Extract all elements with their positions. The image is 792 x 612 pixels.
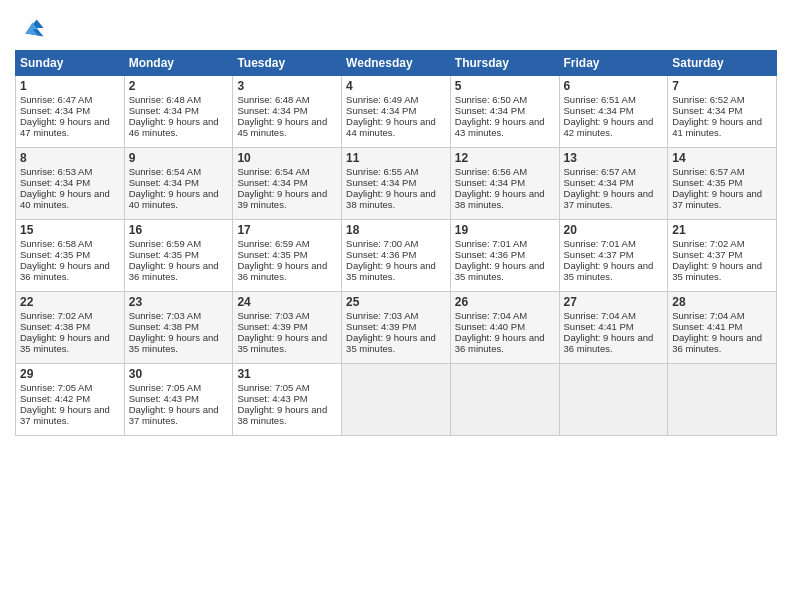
day-number: 18	[346, 223, 446, 237]
sunrise: Sunrise: 6:53 AM	[20, 166, 92, 177]
daylight: Daylight: 9 hours and 37 minutes.	[564, 188, 654, 210]
day-number: 7	[672, 79, 772, 93]
sunset: Sunset: 4:39 PM	[346, 321, 416, 332]
sunset: Sunset: 4:34 PM	[672, 105, 742, 116]
daylight: Daylight: 9 hours and 35 minutes.	[455, 260, 545, 282]
sunset: Sunset: 4:36 PM	[346, 249, 416, 260]
daylight: Daylight: 9 hours and 47 minutes.	[20, 116, 110, 138]
day-number: 11	[346, 151, 446, 165]
day-number: 20	[564, 223, 664, 237]
day-cell: 24Sunrise: 7:03 AMSunset: 4:39 PMDayligh…	[233, 292, 342, 364]
sunrise: Sunrise: 6:54 AM	[237, 166, 309, 177]
day-cell: 18Sunrise: 7:00 AMSunset: 4:36 PMDayligh…	[342, 220, 451, 292]
sunrise: Sunrise: 7:04 AM	[455, 310, 527, 321]
sunrise: Sunrise: 7:01 AM	[455, 238, 527, 249]
sunrise: Sunrise: 6:47 AM	[20, 94, 92, 105]
daylight: Daylight: 9 hours and 36 minutes.	[237, 260, 327, 282]
day-number: 1	[20, 79, 120, 93]
daylight: Daylight: 9 hours and 40 minutes.	[129, 188, 219, 210]
day-cell: 8Sunrise: 6:53 AMSunset: 4:34 PMDaylight…	[16, 148, 125, 220]
day-cell: 25Sunrise: 7:03 AMSunset: 4:39 PMDayligh…	[342, 292, 451, 364]
sunset: Sunset: 4:34 PM	[20, 105, 90, 116]
day-number: 6	[564, 79, 664, 93]
daylight: Daylight: 9 hours and 35 minutes.	[346, 332, 436, 354]
day-cell: 3Sunrise: 6:48 AMSunset: 4:34 PMDaylight…	[233, 76, 342, 148]
day-cell: 2Sunrise: 6:48 AMSunset: 4:34 PMDaylight…	[124, 76, 233, 148]
day-cell: 23Sunrise: 7:03 AMSunset: 4:38 PMDayligh…	[124, 292, 233, 364]
logo-icon	[17, 14, 45, 42]
sunrise: Sunrise: 6:48 AM	[237, 94, 309, 105]
day-number: 5	[455, 79, 555, 93]
day-cell: 20Sunrise: 7:01 AMSunset: 4:37 PMDayligh…	[559, 220, 668, 292]
day-number: 25	[346, 295, 446, 309]
day-cell: 30Sunrise: 7:05 AMSunset: 4:43 PMDayligh…	[124, 364, 233, 436]
sunset: Sunset: 4:34 PM	[20, 177, 90, 188]
col-header-thursday: Thursday	[450, 51, 559, 76]
daylight: Daylight: 9 hours and 35 minutes.	[20, 332, 110, 354]
sunset: Sunset: 4:41 PM	[672, 321, 742, 332]
day-number: 4	[346, 79, 446, 93]
col-header-tuesday: Tuesday	[233, 51, 342, 76]
daylight: Daylight: 9 hours and 41 minutes.	[672, 116, 762, 138]
day-number: 16	[129, 223, 229, 237]
day-cell: 29Sunrise: 7:05 AMSunset: 4:42 PMDayligh…	[16, 364, 125, 436]
sunrise: Sunrise: 6:55 AM	[346, 166, 418, 177]
col-header-sunday: Sunday	[16, 51, 125, 76]
day-number: 15	[20, 223, 120, 237]
day-cell: 14Sunrise: 6:57 AMSunset: 4:35 PMDayligh…	[668, 148, 777, 220]
sunset: Sunset: 4:35 PM	[129, 249, 199, 260]
sunset: Sunset: 4:34 PM	[346, 177, 416, 188]
sunset: Sunset: 4:43 PM	[237, 393, 307, 404]
sunrise: Sunrise: 7:03 AM	[129, 310, 201, 321]
daylight: Daylight: 9 hours and 37 minutes.	[129, 404, 219, 426]
day-cell: 28Sunrise: 7:04 AMSunset: 4:41 PMDayligh…	[668, 292, 777, 364]
day-cell: 31Sunrise: 7:05 AMSunset: 4:43 PMDayligh…	[233, 364, 342, 436]
day-number: 24	[237, 295, 337, 309]
sunrise: Sunrise: 7:04 AM	[564, 310, 636, 321]
day-number: 13	[564, 151, 664, 165]
sunrise: Sunrise: 6:59 AM	[129, 238, 201, 249]
day-cell: 26Sunrise: 7:04 AMSunset: 4:40 PMDayligh…	[450, 292, 559, 364]
day-number: 12	[455, 151, 555, 165]
sunrise: Sunrise: 6:49 AM	[346, 94, 418, 105]
daylight: Daylight: 9 hours and 42 minutes.	[564, 116, 654, 138]
sunset: Sunset: 4:43 PM	[129, 393, 199, 404]
day-number: 3	[237, 79, 337, 93]
sunrise: Sunrise: 6:54 AM	[129, 166, 201, 177]
daylight: Daylight: 9 hours and 40 minutes.	[20, 188, 110, 210]
day-cell: 7Sunrise: 6:52 AMSunset: 4:34 PMDaylight…	[668, 76, 777, 148]
sunset: Sunset: 4:34 PM	[237, 177, 307, 188]
logo	[15, 14, 45, 42]
day-cell: 9Sunrise: 6:54 AMSunset: 4:34 PMDaylight…	[124, 148, 233, 220]
day-cell: 16Sunrise: 6:59 AMSunset: 4:35 PMDayligh…	[124, 220, 233, 292]
day-cell: 6Sunrise: 6:51 AMSunset: 4:34 PMDaylight…	[559, 76, 668, 148]
day-cell: 13Sunrise: 6:57 AMSunset: 4:34 PMDayligh…	[559, 148, 668, 220]
week-row-5: 29Sunrise: 7:05 AMSunset: 4:42 PMDayligh…	[16, 364, 777, 436]
daylight: Daylight: 9 hours and 36 minutes.	[129, 260, 219, 282]
calendar-table: SundayMondayTuesdayWednesdayThursdayFrid…	[15, 50, 777, 436]
daylight: Daylight: 9 hours and 35 minutes.	[672, 260, 762, 282]
sunset: Sunset: 4:34 PM	[237, 105, 307, 116]
sunrise: Sunrise: 7:03 AM	[346, 310, 418, 321]
day-number: 2	[129, 79, 229, 93]
sunset: Sunset: 4:39 PM	[237, 321, 307, 332]
sunset: Sunset: 4:38 PM	[20, 321, 90, 332]
page-container: SundayMondayTuesdayWednesdayThursdayFrid…	[0, 0, 792, 446]
week-row-1: 1Sunrise: 6:47 AMSunset: 4:34 PMDaylight…	[16, 76, 777, 148]
sunrise: Sunrise: 6:48 AM	[129, 94, 201, 105]
sunset: Sunset: 4:34 PM	[564, 105, 634, 116]
daylight: Daylight: 9 hours and 36 minutes.	[20, 260, 110, 282]
header	[15, 10, 777, 42]
daylight: Daylight: 9 hours and 37 minutes.	[20, 404, 110, 426]
sunset: Sunset: 4:34 PM	[455, 177, 525, 188]
col-header-monday: Monday	[124, 51, 233, 76]
day-cell: 1Sunrise: 6:47 AMSunset: 4:34 PMDaylight…	[16, 76, 125, 148]
sunset: Sunset: 4:35 PM	[20, 249, 90, 260]
daylight: Daylight: 9 hours and 36 minutes.	[564, 332, 654, 354]
sunrise: Sunrise: 7:05 AM	[129, 382, 201, 393]
daylight: Daylight: 9 hours and 44 minutes.	[346, 116, 436, 138]
day-number: 30	[129, 367, 229, 381]
sunrise: Sunrise: 6:58 AM	[20, 238, 92, 249]
col-header-wednesday: Wednesday	[342, 51, 451, 76]
sunrise: Sunrise: 6:52 AM	[672, 94, 744, 105]
